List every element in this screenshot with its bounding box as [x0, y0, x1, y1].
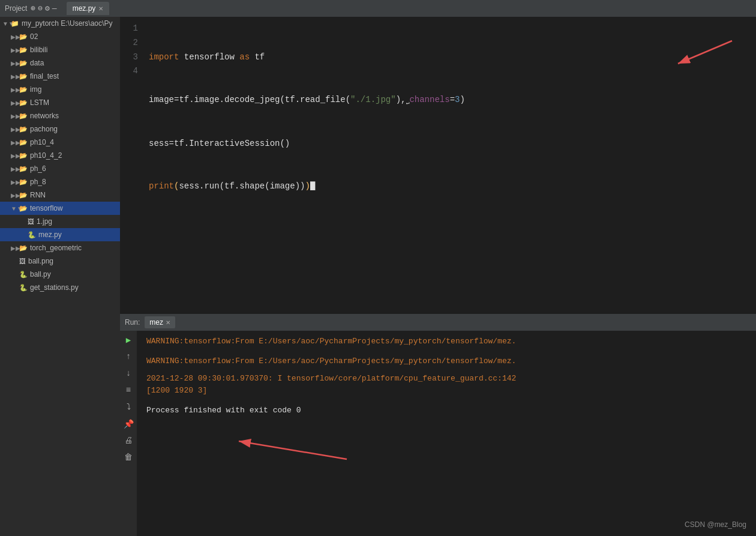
sidebar-item-lstm[interactable]: ▶ 📂 LSTM [0, 96, 120, 109]
title-icons: ⊕ ⊖ ⚙ — [31, 4, 56, 13]
run-pin-button[interactable]: 📌 [122, 417, 135, 430]
tab-close-icon[interactable]: ✕ [98, 5, 103, 12]
arrow-tensorflow: ▼ [11, 205, 19, 212]
run-toolbar: ▶ ↑ ↓ ≡ ⤵ 📌 🖨 🗑 [120, 331, 137, 536]
folder-icon-ph-8: 📂 [19, 178, 28, 186]
sidebar-item-final-test[interactable]: ▶ 📂 final_test [0, 70, 120, 83]
label-ph10-4: ph10_4 [30, 138, 54, 146]
output-result: [1200 1920 3] [146, 385, 746, 397]
sidebar: ▼ 📁 my_pytorch E:\Users\aoc\Py ▶ 📂 02 ▶ … [0, 17, 120, 536]
label-final-test: final_test [30, 72, 59, 80]
file-icon-get-stations: 🐍 [19, 284, 28, 292]
folder-icon-bilibili: 📂 [19, 46, 28, 54]
arrow-ph-6: ▶ [11, 166, 19, 172]
line-numbers: 1 2 3 4 [120, 22, 144, 223]
title-bar-left: Project ⊕ ⊖ ⚙ — [5, 4, 57, 13]
run-down-button[interactable]: ↓ [122, 367, 135, 380]
label-data: data [30, 59, 44, 67]
run-wrap-button[interactable]: ⤵ [122, 400, 135, 414]
folder-icon-pachong: 📂 [19, 125, 28, 133]
run-lines-button[interactable]: ≡ [122, 384, 135, 397]
minimize-icon[interactable]: — [52, 4, 57, 13]
folder-icon-tensorflow: 📂 [19, 205, 28, 212]
arrow-bilibili: ▶ [11, 47, 19, 53]
output-info: 2021-12-28 09:30:01.970370: I tensorflow… [146, 373, 746, 385]
arrow-img: ▶ [11, 86, 19, 93]
label-pachong: pachong [30, 125, 58, 133]
sidebar-item-data[interactable]: ▶ 📂 data [0, 56, 120, 70]
label-ph10-4-2: ph10_4_2 [30, 151, 62, 160]
file-icon-mezpy: 🐍 [28, 231, 36, 239]
run-up-button[interactable]: ↑ [122, 350, 135, 363]
tab-filename: mez.py [73, 4, 96, 13]
arrow-ph-8: ▶ [11, 179, 19, 185]
arrow-lstm: ▶ [11, 100, 19, 106]
sidebar-item-ballpy[interactable]: 🐍 ball.py [0, 268, 120, 281]
output-warning-1: WARNING:tensorflow:From E:/Users/aoc/Pyc… [146, 336, 746, 348]
sidebar-item-mezpy[interactable]: 🐍 mez.py [0, 228, 120, 241]
code-line-3: sess=tf.InteractiveSession() [149, 137, 756, 151]
sidebar-item-tensorflow[interactable]: ▼ 📂 tensorflow [0, 202, 120, 215]
run-label: Run: [125, 318, 140, 327]
arrow-02: ▶ [11, 34, 19, 40]
active-tab[interactable]: mez.py ✕ [67, 2, 110, 15]
folder-icon-lstm: 📂 [19, 99, 28, 107]
run-output: WARNING:tensorflow:From E:/Users/aoc/Pyc… [137, 331, 756, 422]
sidebar-item-pachong[interactable]: ▶ 📂 pachong [0, 122, 120, 136]
output-warning-2: WARNING:tensorflow:From E:/Users/aoc/Pyc… [146, 355, 746, 368]
run-play-button[interactable]: ▶ [122, 333, 135, 346]
label-ph-6: ph_6 [30, 164, 46, 173]
svg-line-3 [239, 441, 347, 459]
project-label: Project [5, 4, 27, 13]
label-ph-8: ph_8 [30, 178, 46, 186]
folder-icon-networks: 📂 [19, 112, 28, 120]
sidebar-item-torch-geometric[interactable]: ▶ 📂 torch_geometric [0, 241, 120, 254]
watermark: CSDN @mez_Blog [685, 520, 746, 529]
sidebar-item-02[interactable]: ▶ 📂 02 [0, 30, 120, 43]
sidebar-item-rnn[interactable]: ▶ 📂 RNN [0, 188, 120, 202]
sidebar-item-get-stations[interactable]: 🐍 get_stations.py [0, 281, 120, 294]
file-icon-ballpy: 🐍 [19, 271, 28, 279]
label-ballpng: ball.png [28, 257, 53, 265]
arrow-ph10-4: ▶ [11, 139, 19, 146]
run-tab[interactable]: mez ✕ [145, 316, 175, 328]
file-icon-ballpng: 🖼 [19, 257, 26, 265]
run-print-button[interactable]: 🖨 [122, 434, 135, 447]
sidebar-item-bilibili[interactable]: ▶ 📂 bilibili [0, 43, 120, 56]
run-tab-name: mez [149, 318, 163, 327]
arrow-rnn: ▶ [11, 192, 19, 199]
label-tensorflow: tensorflow [30, 204, 63, 212]
add-icon[interactable]: ⊕ [31, 4, 35, 13]
sidebar-item-ph-6[interactable]: ▶ 📂 ph_6 [0, 162, 120, 175]
arrow-pachong: ▶ [11, 126, 19, 133]
sidebar-item-ballpng[interactable]: 🖼 ball.png [0, 254, 120, 268]
sidebar-item-img[interactable]: ▶ 📂 img [0, 83, 120, 96]
label-ballpy: ball.py [30, 270, 51, 279]
label-bilibili: bilibili [30, 46, 47, 54]
root-folder-icon: 📁 [11, 20, 19, 28]
folder-icon-02: 📂 [19, 33, 28, 41]
minus-icon[interactable]: ⊖ [38, 4, 43, 13]
run-panel: Run: mez ✕ ▶ ↑ ↓ ≡ ⤵ 📌 🖨 🗑 [120, 314, 756, 536]
code-editor[interactable]: 1 2 3 4 import tensorflow as tf image=tf… [120, 17, 756, 314]
sidebar-item-ph-8[interactable]: ▶ 📂 ph_8 [0, 175, 120, 188]
title-bar: Project ⊕ ⊖ ⚙ — mez.py ✕ [0, 0, 756, 17]
arrow-torch-geometric: ▶ [11, 245, 19, 251]
sidebar-root[interactable]: ▼ 📁 my_pytorch E:\Users\aoc\Py [0, 17, 120, 30]
run-trash-button[interactable]: 🗑 [122, 451, 135, 464]
sidebar-item-1jpg[interactable]: 🖼 1.jpg [0, 215, 120, 228]
folder-icon-rnn: 📂 [19, 191, 28, 199]
folder-icon-ph10-4-2: 📂 [19, 152, 28, 160]
sidebar-item-ph10-4-2[interactable]: ▶ 📂 ph10_4_2 [0, 149, 120, 162]
code-lines[interactable]: import tensorflow as tf image=tf.image.d… [144, 22, 756, 223]
output-process: Process finished with exit code 0 [146, 405, 746, 417]
run-tab-close-icon[interactable]: ✕ [166, 319, 170, 326]
sidebar-item-networks[interactable]: ▶ 📂 networks [0, 109, 120, 122]
label-img: img [30, 85, 41, 94]
root-label: my_pytorch E:\Users\aoc\Py [22, 19, 112, 28]
arrow-final-test: ▶ [11, 73, 19, 80]
sidebar-item-ph10-4[interactable]: ▶ 📂 ph10_4 [0, 136, 120, 149]
settings-icon[interactable]: ⚙ [45, 4, 50, 13]
label-get-stations: get_stations.py [30, 283, 79, 292]
folder-icon-img: 📂 [19, 86, 28, 94]
